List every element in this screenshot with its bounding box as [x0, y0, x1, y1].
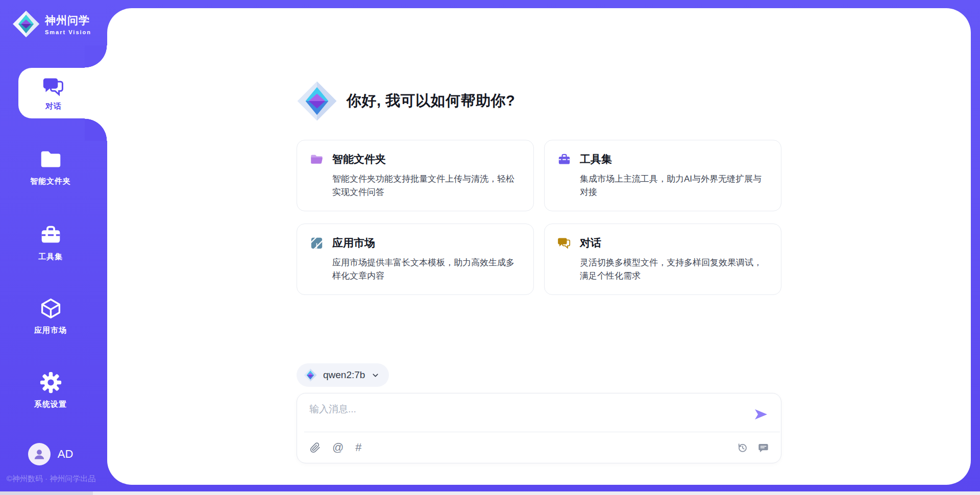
main-content: 你好, 我可以如何帮助你? 智能文件夹 智能文件夹功能支持批量文件上传与清洗，轻… [107, 8, 971, 485]
card-description: 集成市场上主流工具，助力AI与外界无缝扩展与对接 [580, 172, 769, 199]
folder-icon [39, 148, 62, 171]
mention-button[interactable]: @ [332, 442, 344, 453]
user-name: AD [58, 448, 74, 461]
sidebar-item-app-market[interactable]: 应用市场 [0, 297, 101, 335]
chat-input-area: qwen2:7b [297, 363, 781, 463]
sidebar-item-label: 系统设置 [34, 400, 67, 409]
history-icon [737, 442, 748, 453]
chevron-down-icon [371, 371, 380, 380]
feature-cards: 智能文件夹 智能文件夹功能支持批量文件上传与清洗，轻松实现文件问答 工具 [297, 140, 781, 295]
send-button[interactable] [752, 407, 770, 422]
card-toolset[interactable]: 工具集 集成市场上主流工具，助力AI与外界无缝扩展与对接 [544, 140, 781, 211]
cube-icon [39, 297, 62, 320]
avatar [28, 443, 51, 465]
model-logo-icon [304, 368, 317, 382]
topic-button[interactable]: # [355, 442, 361, 453]
history-button[interactable] [737, 442, 748, 453]
card-description: 应用市场提供丰富长文本模板，助力高效生成多样化文章内容 [332, 256, 521, 282]
sidebar-item-label: 工具集 [38, 252, 63, 262]
copyright-text: ©神州数码 · 神州问学出品 [0, 474, 102, 484]
at-glyph: @ [332, 442, 344, 453]
sidebar-item-smart-folder[interactable]: 智能文件夹 [0, 148, 101, 186]
tab-curve-top [85, 45, 107, 68]
sidebar-item-settings[interactable]: 系统设置 [0, 371, 101, 409]
user-profile[interactable]: AD [0, 443, 101, 465]
send-icon [754, 409, 768, 420]
paperclip-icon [310, 442, 321, 453]
sidebar-item-toolset[interactable]: 工具集 [0, 224, 101, 262]
message-input[interactable] [309, 401, 752, 423]
card-title: 智能文件夹 [332, 152, 386, 166]
chat-icon [42, 76, 65, 98]
card-chat[interactable]: 对话 灵活切换多模型文件，支持多样回复效果调试，满足个性化需求 [544, 224, 781, 295]
folder-icon [310, 153, 324, 166]
card-description: 智能文件夹功能支持批量文件上传与清洗，轻松实现文件问答 [332, 172, 521, 199]
horizontal-scrollbar[interactable] [0, 491, 980, 495]
attach-file-button[interactable] [310, 442, 321, 453]
chat-icon [557, 236, 571, 250]
briefcase-icon [39, 224, 62, 246]
model-selector[interactable]: qwen2:7b [297, 363, 389, 387]
sidebar-item-label: 智能文件夹 [30, 177, 71, 186]
quick-phrases-button[interactable] [758, 442, 769, 453]
hash-glyph: # [355, 442, 361, 453]
card-app-market[interactable]: 应用市场 应用市场提供丰富长文本模板，助力高效生成多样化文章内容 [297, 224, 534, 295]
person-icon [33, 448, 46, 461]
speech-bubble-icon [758, 442, 769, 453]
grid-icon [310, 236, 324, 250]
model-name: qwen2:7b [323, 369, 365, 381]
sidebar-item-label: 应用市场 [34, 326, 67, 335]
greeting-text: 你好, 我可以如何帮助你? [347, 91, 515, 111]
assistant-logo-icon [297, 81, 337, 121]
card-title: 应用市场 [332, 236, 375, 250]
brand: 神州问学 Smart Vision [12, 10, 91, 38]
brand-logo-icon [12, 10, 40, 38]
brand-subtitle: Smart Vision [45, 29, 91, 35]
sidebar-item-label: 对话 [45, 102, 62, 111]
message-composer: @ # [297, 393, 781, 463]
card-title: 工具集 [580, 152, 612, 166]
greeting: 你好, 我可以如何帮助你? [297, 81, 781, 121]
tab-curve-bottom [85, 118, 107, 141]
sidebar-item-chat[interactable]: 对话 [18, 68, 107, 118]
sidebar: 神州问学 Smart Vision 对话 智能文件夹 [0, 0, 107, 495]
card-description: 灵活切换多模型文件，支持多样回复效果调试，满足个性化需求 [580, 256, 769, 282]
card-smart-folder[interactable]: 智能文件夹 智能文件夹功能支持批量文件上传与清洗，轻松实现文件问答 [297, 140, 534, 211]
brand-name: 神州问学 [45, 13, 91, 28]
gear-icon [39, 371, 62, 394]
briefcase-icon [557, 153, 571, 166]
card-title: 对话 [580, 236, 601, 250]
